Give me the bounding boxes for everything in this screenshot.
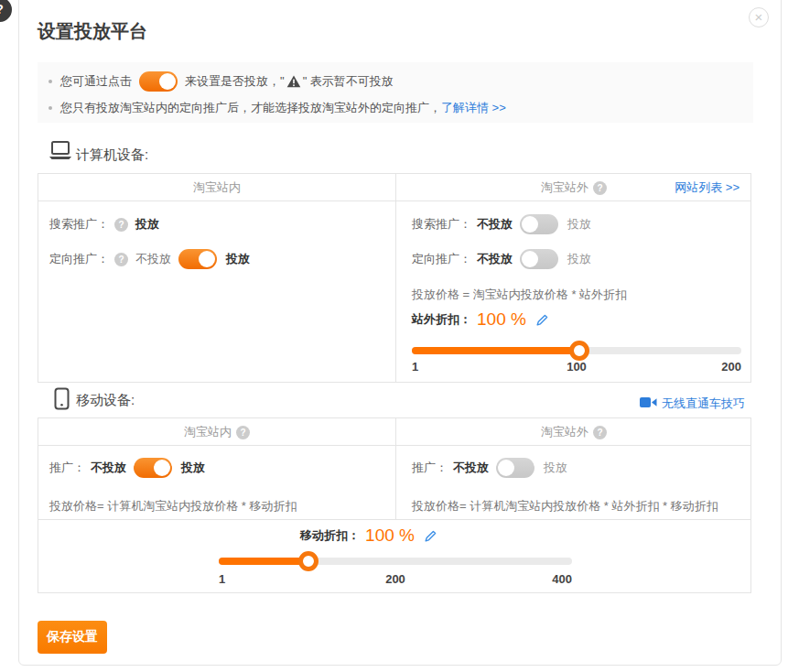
notice-line2-text: 您只有投放淘宝站内的定向推广后，才能选择投放淘宝站外的定向推广，: [60, 100, 441, 116]
header-label: 淘宝站内: [193, 179, 241, 196]
header-label: 淘宝站外: [541, 424, 588, 440]
laptop-icon: [49, 141, 72, 164]
row-label: 搜索推广：: [412, 216, 471, 233]
set-platform-dialog: × 设置投放平台 您可通过点击 来设置是否投放，" " 表示暂不可投放 您只有投…: [18, 0, 782, 666]
computer-outside-search-toggle[interactable]: [520, 214, 558, 234]
row-label: 搜索推广：: [49, 216, 109, 233]
header-taobao-outside: 淘宝站外 ?: [395, 418, 752, 446]
mobile-table-header: 淘宝站内 ? 淘宝站外 ?: [38, 418, 750, 446]
slider-handle[interactable]: [298, 551, 318, 571]
tick-min: 1: [219, 572, 225, 586]
bullet-dot: [49, 80, 52, 83]
help-icon[interactable]: ?: [593, 426, 607, 439]
row-label: 定向推广：: [412, 251, 471, 267]
computer-inside-targeted-row: 定向推广： ? 不投放 投放: [49, 249, 250, 269]
on-state-label: 投放: [226, 251, 250, 267]
help-icon[interactable]: ?: [114, 218, 128, 232]
discount-label: 移动折扣：: [300, 527, 360, 544]
notice-line1-mid: 来设置是否投放，": [185, 73, 285, 90]
tick-max: 400: [552, 572, 572, 586]
slider-rail[interactable]: [412, 347, 741, 354]
close-icon: ×: [755, 9, 763, 25]
warning-icon: [286, 75, 301, 88]
tick-min: 1: [412, 360, 418, 374]
close-button[interactable]: ×: [749, 7, 769, 27]
help-icon[interactable]: ?: [236, 426, 250, 439]
bullet-dot: [49, 106, 52, 110]
header-taobao-inside: 淘宝站内: [38, 174, 395, 201]
row-label: 推广：: [49, 460, 85, 476]
off-state-label: 不投放: [477, 251, 513, 267]
mobile-inside-promo-toggle[interactable]: [134, 458, 172, 478]
outside-discount-row: 站外折扣： 100 %: [412, 308, 549, 331]
toggle-knob: [522, 216, 538, 233]
slider-ticks: 1 200 400: [219, 572, 572, 587]
demo-toggle: [139, 71, 178, 92]
wireless-tips-label: 无线直通车技巧: [662, 396, 745, 412]
column-divider: [395, 418, 396, 519]
toggle-knob: [199, 251, 215, 267]
computer-outside-search-row: 搜索推广： 不投放 投放: [412, 214, 591, 234]
computer-outside-targeted-toggle[interactable]: [520, 249, 558, 269]
notice-box: 您可通过点击 来设置是否投放，" " 表示暂不可投放 您只有投放淘宝站内的定向推…: [38, 62, 753, 123]
slider-rail[interactable]: [219, 558, 572, 565]
header-taobao-inside: 淘宝站内 ?: [38, 418, 395, 446]
slider-fill: [219, 558, 308, 565]
site-list-link[interactable]: 网站列表 >>: [675, 179, 739, 196]
outside-price-formula: 投放价格 = 淘宝站内投放价格 * 站外折扣: [412, 287, 627, 303]
smartphone-icon: [54, 387, 70, 414]
computer-table: 淘宝站内 淘宝站外 ? 网站列表 >> 搜索推广： ? 投放 定向推广： ?: [38, 173, 751, 383]
off-state-label: 不投放: [453, 460, 489, 476]
mobile-outside-promo-row: 推广： 不投放 投放: [412, 458, 567, 478]
off-state-label: 不投放: [135, 251, 171, 267]
discount-value: 100 %: [365, 526, 415, 546]
tick-max: 200: [721, 360, 741, 374]
learn-more-link[interactable]: 了解详情 >>: [441, 100, 506, 116]
mobile-discount-row: 移动折扣： 100 %: [13, 524, 725, 547]
page: × 设置投放平台 您可通过点击 来设置是否投放，" " 表示暂不可投放 您只有投…: [0, 0, 788, 672]
slider-ticks: 1 100 200: [412, 360, 741, 374]
mobile-outside-promo-toggle[interactable]: [496, 458, 534, 478]
mobile-inside-promo-row: 推广： 不投放 投放: [49, 458, 205, 478]
on-state-label: 投放: [567, 216, 591, 233]
page-title: 设置投放平台: [38, 19, 147, 44]
help-icon[interactable]: ?: [114, 253, 128, 266]
computer-section-label: 计算机设备:: [76, 146, 148, 164]
row-divider: [38, 519, 750, 520]
notice-line1-pre: 您可通过点击: [60, 73, 132, 90]
wireless-tips-link[interactable]: 无线直通车技巧: [640, 396, 745, 412]
computer-inside-search-row: 搜索推广： ? 投放: [49, 214, 159, 234]
toggle-knob: [498, 460, 514, 476]
off-state-label: 不投放: [477, 216, 513, 233]
on-state-label: 投放: [567, 251, 591, 267]
off-state-label: 不投放: [91, 460, 126, 476]
toggle-knob: [154, 460, 170, 476]
header-label: 淘宝站内: [184, 424, 232, 440]
mobile-discount-slider[interactable]: [219, 551, 572, 571]
help-icon[interactable]: ?: [593, 181, 607, 195]
column-divider: [395, 174, 396, 382]
tick-mid: 200: [385, 572, 405, 586]
mobile-inside-price-formula: 投放价格= 计算机淘宝站内投放价格 * 移动折扣: [49, 498, 297, 515]
edit-pencil-icon[interactable]: [535, 313, 549, 327]
save-settings-button[interactable]: 保存设置: [38, 621, 107, 654]
video-camera-icon: [640, 396, 657, 411]
edit-pencil-icon[interactable]: [424, 529, 437, 543]
on-state-label: 投放: [181, 460, 205, 476]
notice-line1-post: " 表示暂不可投放: [303, 73, 394, 90]
discount-label: 站外折扣：: [412, 311, 471, 328]
notice-line-1: 您可通过点击 来设置是否投放，" " 表示暂不可投放: [49, 70, 394, 92]
mobile-section-label: 移动设备:: [76, 392, 135, 409]
discount-value: 100 %: [477, 309, 526, 330]
tick-mid: 100: [567, 360, 587, 374]
slider-handle[interactable]: [569, 341, 589, 361]
page-corner-icon: ?: [0, 0, 12, 22]
row-label: 推广：: [412, 460, 448, 476]
header-label: 淘宝站外: [541, 179, 588, 196]
computer-outside-targeted-row: 定向推广： 不投放 投放: [412, 249, 591, 269]
computer-inside-targeted-toggle[interactable]: [178, 249, 217, 269]
state-label: 投放: [135, 216, 159, 233]
on-state-label: 投放: [544, 460, 567, 476]
computer-table-header: 淘宝站内 淘宝站外 ? 网站列表 >>: [38, 174, 750, 201]
outside-discount-slider[interactable]: [412, 341, 741, 361]
